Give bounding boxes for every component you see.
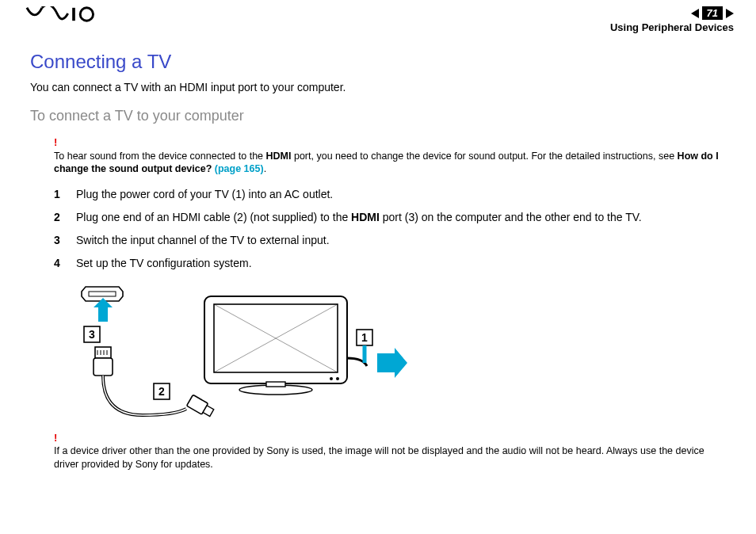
svg-point-18 <box>330 377 333 380</box>
warning-icon: ! <box>54 135 726 150</box>
page-ref-link[interactable]: (page 165) <box>215 163 264 174</box>
subtitle: To connect a TV to your computer <box>30 108 726 124</box>
svg-point-19 <box>336 377 339 380</box>
step-item: 3Switch the input channel of the TV to e… <box>54 233 726 248</box>
steps-list: 1Plug the power cord of your TV (1) into… <box>30 187 726 271</box>
diagram-label-1: 1 <box>361 331 368 344</box>
page-number: 71 <box>702 6 723 20</box>
intro-text: You can connect a TV with an HDMI input … <box>30 81 726 93</box>
step-item: 4Set up the TV configuration system. <box>54 256 726 271</box>
vaio-logo <box>22 6 109 25</box>
caution-note-2: ! If a device driver other than the one … <box>30 431 726 471</box>
step-item: 1Plug the power cord of your TV (1) into… <box>54 187 726 202</box>
prev-page-icon[interactable] <box>691 9 699 18</box>
diagram-label-3: 3 <box>89 328 95 341</box>
svg-rect-0 <box>72 8 75 21</box>
svg-rect-17 <box>266 382 285 387</box>
caution-note-1: ! To hear sound from the device connecte… <box>30 135 726 176</box>
svg-marker-22 <box>377 348 407 378</box>
next-page-icon[interactable] <box>726 9 734 18</box>
page-navigator: 71 <box>691 6 734 20</box>
page-title: Connecting a TV <box>30 51 726 73</box>
section-title: Using Peripheral Devices <box>610 21 734 33</box>
connection-diagram: 3 2 <box>30 280 726 423</box>
svg-point-1 <box>80 8 93 21</box>
step-item: 2Plug one end of an HDMI cable (2) (not … <box>54 210 726 225</box>
svg-rect-2 <box>89 292 116 296</box>
warning-icon: ! <box>54 431 726 445</box>
diagram-label-2: 2 <box>158 385 165 398</box>
svg-rect-6 <box>94 358 113 376</box>
